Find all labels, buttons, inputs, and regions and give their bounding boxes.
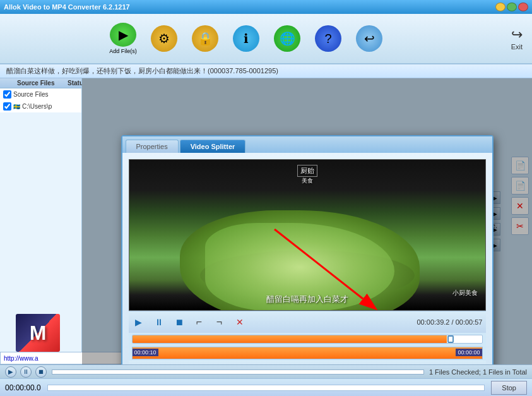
svg-line-1 — [275, 229, 363, 299]
video-frame: 厨贻 美食 小厨美食 醋留白嗝再加入白菜才 — [129, 160, 485, 310]
lock-icon: 🔒 — [192, 25, 218, 52]
stop-button[interactable]: Stop — [491, 381, 527, 395]
app-title: Allok Video to MP4 Converter 6.2.1217 — [4, 3, 130, 11]
timeline-track[interactable]: 00:00:10 00:00:00 — [132, 347, 483, 359]
progress-thumb[interactable] — [447, 335, 454, 343]
minimize-button[interactable] — [495, 3, 505, 11]
video-splitter-modal: Properties Video Splitter — [121, 135, 494, 364]
toolbar-icons: ▶ Add File(s) ⚙ 🔒 ℹ 🌐 ? ↩ — [107, 23, 385, 54]
progress-container — [129, 333, 486, 345]
back-button[interactable]: ↩ — [353, 23, 385, 54]
http-text: http://www.a — [4, 355, 38, 362]
add-files-label: Add File(s) — [109, 48, 137, 54]
play-icon: ▶ — [110, 23, 136, 47]
video-container: 厨贻 美食 小厨美食 醋留白嗝再加入白菜才 — [129, 159, 486, 311]
status-text: 1 Files Checked; 1 Files in Total — [429, 368, 527, 376]
panel-header: Source Files Status — [0, 78, 81, 88]
marquee-text: 醋溜白菜这样做，好吃到爆，还特别下饭，厨房小白都能做出来！(000037.785… — [6, 66, 278, 76]
bottom-time: 00:00:00.0 — [5, 383, 41, 392]
delete-segment-button[interactable]: ✕ — [233, 315, 247, 329]
play-button[interactable]: ▶ — [132, 315, 146, 329]
tab-video-splitter[interactable]: Video Splitter — [180, 140, 246, 153]
modal-overlay: Properties Video Splitter — [82, 78, 532, 364]
tab-properties[interactable]: Properties — [126, 140, 179, 153]
exit-button[interactable]: ↪ Exit — [511, 27, 523, 51]
media-icon-area: M — [0, 308, 76, 358]
video-watermark: 厨贻 美食 — [297, 165, 317, 185]
info-button[interactable]: ℹ — [230, 23, 262, 54]
modal-body: 厨贻 美食 小厨美食 醋留白嗝再加入白菜才 — [122, 153, 492, 364]
progress-track[interactable] — [132, 335, 483, 344]
clapperboard-letter: M — [30, 321, 47, 345]
marquee-bar: 醋溜白菜这样做，好吃到爆，还特别下饭，厨房小白都能做出来！(000037.785… — [0, 64, 532, 78]
bottom-controls: ▶ ⏸ ⏹ — [5, 366, 47, 378]
file-checkbox-1[interactable] — [3, 90, 11, 99]
exit-label: Exit — [511, 43, 523, 51]
gear-icon: ⚙ — [151, 25, 177, 52]
current-time: 00:00:39.2 — [417, 318, 449, 326]
maximize-button[interactable] — [507, 3, 517, 11]
pause-button[interactable]: ⏸ — [152, 315, 166, 329]
help-button[interactable]: ? — [312, 23, 344, 54]
lock-button[interactable]: 🔒 — [189, 23, 221, 54]
timeline-container: 00:00:10 00:00:00 — [129, 345, 486, 361]
web-button[interactable]: 🌐 — [271, 23, 303, 54]
file-panel: Source Files Status Source Files 🇸🇪 C:\U… — [0, 78, 82, 364]
title-bar: Allok Video to MP4 Converter 6.2.1217 — [0, 0, 532, 14]
back-icon: ↩ — [356, 25, 382, 52]
flag-icon: 🇸🇪 — [13, 104, 20, 110]
bottom-bar: 00:00:00.0 Stop — [0, 378, 532, 396]
mark-out-button[interactable]: ¬ — [213, 315, 227, 329]
play-mini-button[interactable]: ▶ — [5, 366, 16, 378]
status-progress-bar[interactable] — [52, 369, 424, 375]
file-checkbox-2[interactable] — [3, 102, 11, 111]
pause-mini-button[interactable]: ⏸ — [20, 366, 32, 378]
bottom-progress-bar[interactable] — [47, 385, 485, 391]
file-item-1[interactable]: Source Files — [0, 88, 81, 100]
web-icon: 🌐 — [274, 25, 300, 52]
stop-mini-button[interactable]: ⏹ — [35, 366, 47, 378]
segment-info: Segment Start Time: End Time: Duration=0… — [129, 361, 486, 364]
stop-ctrl-button[interactable]: ⏹ — [172, 315, 186, 329]
timeline-start-marker: 00:00:10 — [133, 349, 158, 356]
annotation-arrow — [268, 223, 394, 311]
help-icon: ? — [315, 25, 341, 52]
close-button[interactable] — [518, 3, 528, 11]
timeline-segment — [133, 347, 482, 359]
info-icon: ℹ — [233, 25, 259, 52]
status-bar: ▶ ⏸ ⏹ 1 Files Checked; 1 Files in Total — [0, 364, 532, 378]
file-name-2: C:\Users\p — [22, 103, 52, 110]
modal-tabs: Properties Video Splitter — [122, 136, 492, 153]
title-bar-buttons — [495, 3, 528, 11]
toolbar: ▶ Add File(s) ⚙ 🔒 ℹ 🌐 ? ↩ ↪ Exit — [0, 14, 532, 64]
file-item-2[interactable]: 🇸🇪 C:\Users\p — [0, 100, 81, 112]
file-name-1: Source Files — [13, 91, 49, 98]
playback-controls: ▶ ⏸ ⏹ ⌐ ¬ ✕ 00:00:39.2 / 00:00:57 — [129, 311, 486, 333]
time-display: 00:00:39.2 / 00:00:57 — [417, 318, 482, 326]
settings-button[interactable]: ⚙ — [148, 23, 180, 54]
col-source: Source Files — [17, 80, 68, 87]
add-files-button[interactable]: ▶ Add File(s) — [107, 23, 139, 54]
timeline-end-marker: 00:00:00 — [456, 349, 482, 356]
mark-in-button[interactable]: ⌐ — [192, 315, 206, 329]
progress-fill — [133, 335, 447, 343]
clapperboard-icon: M — [16, 314, 60, 352]
total-time: 00:00:57 — [456, 318, 483, 326]
